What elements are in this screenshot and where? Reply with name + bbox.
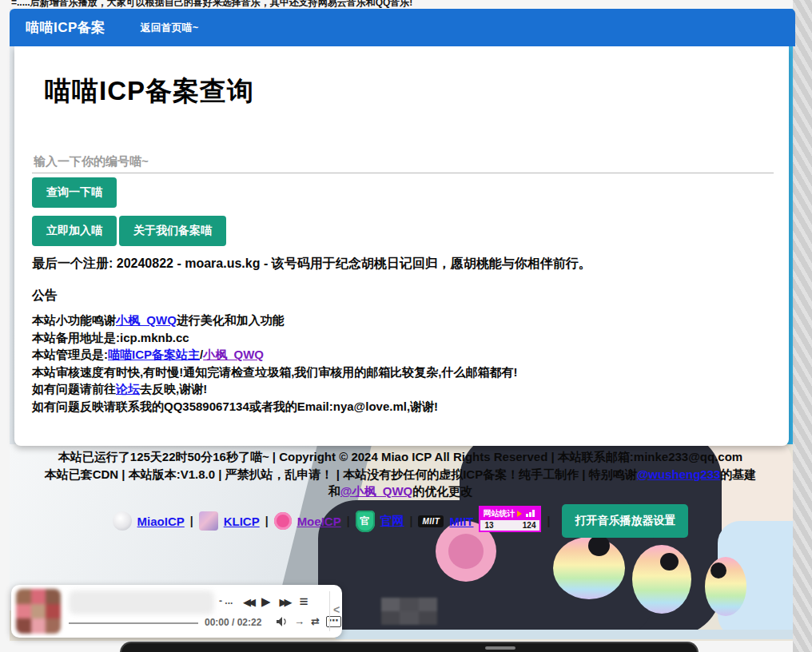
player-option-icons: → ⇄ ⋯ [277,615,341,627]
announcement-line: 本站管理员是:喵喵ICP备案站主/小枫_QWQ [32,346,518,364]
loop-icon[interactable]: ⇄ [311,615,320,627]
stats-header: 网站统计 [480,507,539,520]
separator: | [347,515,350,527]
moeicp-link[interactable]: MoeICP [297,515,341,528]
footer-text: 本站已套CDN | 本站版本:V1.8.0 | 严禁扒站，乱申请！ | 本站没有… [45,467,637,481]
miaoicp-icon [113,511,132,531]
icp-number-input[interactable] [32,149,774,173]
next-track-icon[interactable]: ▶▶ [280,596,289,608]
bottom-panel [120,642,699,652]
announcement-text: 如有问题请前往 [32,382,116,396]
footer-text: 和 [328,484,340,498]
music-settings-button[interactable]: 打开音乐播放器设置 [562,504,688,538]
announcement-text: 本站管理员是: [32,348,108,361]
nav-home-link[interactable]: 返回首页喵~ [141,21,199,35]
time-display: 00:00 / 02:22 [205,617,261,628]
join-button[interactable]: 立即加入喵 [32,216,117,246]
play-order-icon[interactable]: → [294,615,304,627]
announcement-line: 如有问题请前往论坛去反映,谢谢! [32,380,518,398]
admin-link[interactable]: 喵喵ICP备案站主 [108,348,200,361]
footer-text: 的优化更改 [412,484,472,498]
moeicp-icon [274,512,292,530]
page-title: 喵喵ICP备案查询 [45,74,254,109]
announcement-text: 本站小功能鸣谢 [32,313,116,327]
footer-line-2: 本站已套CDN | 本站版本:V1.8.0 | 严禁扒站，乱申请！ | 本站没有… [0,466,801,483]
klicp-link[interactable]: KLICP [224,515,260,528]
audio-player: - ... ◀◀ ▶ ▶▶ ≡ 00:00 / 02:22 → ⇄ ⋯ < [11,585,342,638]
announcement-line: 本站备用地址是:icp.mknb.cc [32,329,518,347]
site-stats-widget[interactable]: 网站统计 13 124 [479,506,541,532]
about-button[interactable]: 关于我们备案喵 [119,216,226,246]
announcement-text: 本站备用地址是:icp.mknb.cc [32,331,189,344]
bg-lightblue-strip [336,630,793,639]
footer: 本站已运行了125天22时50分16秒了喵~ | Copyright © 202… [0,448,801,500]
navbar-brand[interactable]: 喵喵ICP备案 [26,18,105,37]
cat-pupil-right [710,563,726,578]
stats-title: 网站统计 [483,508,515,519]
censored-block [381,598,437,625]
wusheng-link[interactable]: @wusheng233 [637,467,721,481]
player-collapse-handle[interactable]: < [333,603,340,616]
stats-bars-icon [526,510,535,517]
official-link[interactable]: 官网 [380,514,404,529]
xiaofeng-link[interactable]: @小枫_QWQ [340,484,412,498]
last-register-text: 最后一个注册: 20240822 - moara.us.kg - 该号码用于纪念… [32,256,591,272]
player-controls: ◀◀ ▶ ▶▶ ≡ [243,593,308,610]
official-shield-icon: 官 [356,511,375,532]
playlist-menu-icon[interactable]: ≡ [300,593,308,610]
partner-links-row: MiaoICP | KLICP | MoeICP | 官 官网 | MIIT M… [0,504,801,538]
separator: | [410,515,413,527]
cat-pupil-left [588,535,610,556]
announcement-text: 如有问题反映请联系我的QQ3589067134或者我的Email:nya@lov… [32,400,438,413]
announcement-list: 本站小功能鸣谢小枫_QWQ进行美化和加入功能 本站备用地址是:icp.mknb.… [32,312,518,415]
bottom-panel-handle [485,646,515,650]
announcement-text: 去反映,谢谢! [140,382,207,396]
announcement-text: 本站审核速度有时快,有时慢!通知完请检查垃圾箱,我们审核用的邮箱比较复杂,什么邮… [32,365,518,379]
announcement-line: 本站小功能鸣谢小枫_QWQ进行美化和加入功能 [32,312,518,329]
footer-line-3: 和@小枫_QWQ的优化更改 [0,483,801,500]
stats-numbers: 13 124 [480,520,539,531]
stats-arrow-icon [517,511,522,517]
separator: | [547,515,550,527]
announcement-title: 公告 [32,288,58,304]
announcement-line: 本站审核速度有时快,有时慢!通知完请检查垃圾箱,我们审核用的邮箱比较复杂,什么邮… [32,364,518,381]
xiaofeng-link[interactable]: 小枫_QWQ [203,348,264,361]
query-button[interactable]: 查询一下喵 [32,177,117,208]
song-meta-text: - ... [219,595,233,606]
lyrics-icon[interactable]: ⋯ [326,616,341,627]
cat-pupil-middle [660,553,679,570]
page: =.....后新增音乐播放，大家可以根据自己的喜好来选择音乐，其中还支持网易云音… [0,0,812,652]
xiaofeng-link[interactable]: 小枫_QWQ [116,313,177,327]
footer-line-1: 本站已运行了125天22时50分16秒了喵~ | Copyright © 202… [0,448,801,466]
footer-text: 的基建 [720,467,756,481]
progress-bar[interactable] [69,622,198,624]
miit-badge: MIIT [418,515,444,527]
navbar: 喵喵ICP备案 返回首页喵~ [10,9,795,46]
announcement-line: 如有问题反映请联系我的QQ3589067134或者我的Email:nya@lov… [32,398,518,415]
separator: | [190,515,193,527]
action-button-row: 立即加入喵 关于我们备案喵 [32,216,226,246]
album-art [16,589,61,634]
bg-right-strip [793,0,812,652]
play-icon[interactable]: ▶ [261,594,271,609]
stats-total-count: 124 [523,521,536,530]
miit-link[interactable]: MIIT [449,515,473,528]
top-notice-text: =.....后新增音乐播放，大家可以根据自己的喜好来选择音乐，其中还支持网易云音… [11,0,412,10]
player-divider [329,591,330,631]
volume-icon[interactable] [277,617,288,626]
forum-link[interactable]: 论坛 [116,382,140,396]
previous-track-icon[interactable]: ◀◀ [243,596,253,608]
stats-today-count: 13 [484,521,493,530]
miaoicp-link[interactable]: MiaoICP [137,515,185,528]
announcement-text: 进行美化和加入功能 [177,313,285,327]
separator: | [265,515,269,527]
klicp-icon [199,511,218,531]
main-card: 喵喵ICP备案查询 查询一下喵 立即加入喵 关于我们备案喵 最后一个注册: 20… [14,46,789,446]
song-title-blurred [69,590,214,614]
